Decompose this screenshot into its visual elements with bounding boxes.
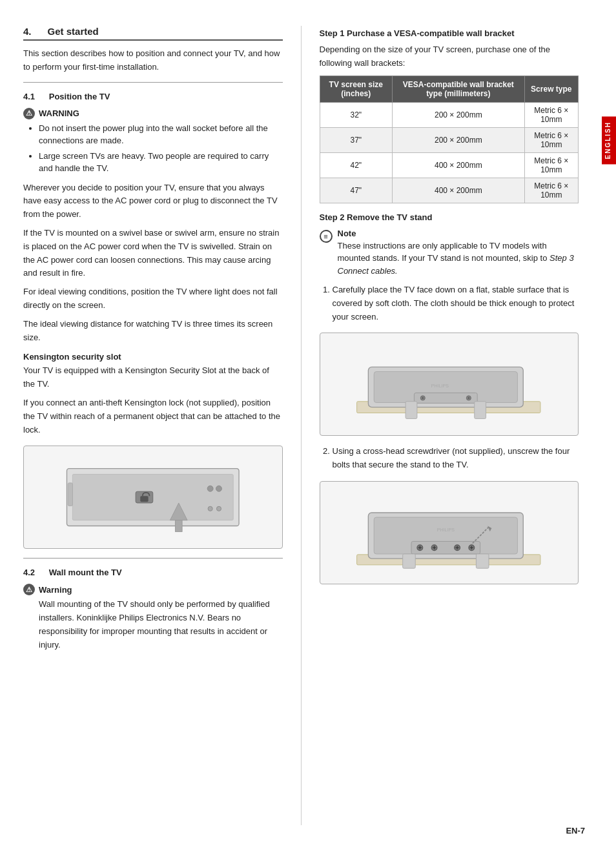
page: ENGLISH 4. Get started This section desc… <box>0 0 616 851</box>
divider-2 <box>23 558 283 559</box>
table-row: 42"400 × 200mmMetric 6 × 10mm <box>320 152 579 178</box>
note-text-main: These instructions are only applicable t… <box>338 241 548 263</box>
warning-item-1: Do not insert the power plug into the wa… <box>39 122 283 147</box>
divider-1 <box>23 82 283 83</box>
section-4-title: 4. Get started <box>23 26 283 41</box>
subsection-41-title: 4.1 Position the TV <box>23 92 283 101</box>
table-cell: 400 × 200mm <box>393 152 525 178</box>
para-3: For ideal viewing conditions, position t… <box>23 285 283 313</box>
table-cell: 200 × 200mm <box>393 127 525 152</box>
table-cell: 400 × 200mm <box>393 178 525 203</box>
step-item-2: Using a cross-head screwdriver (not supp… <box>333 445 579 472</box>
table-row: 37"200 × 200mmMetric 6 × 10mm <box>320 127 579 152</box>
table-header-size: TV screen size (inches) <box>320 76 393 102</box>
table-header-screw: Screw type <box>524 76 578 102</box>
svg-point-7 <box>207 486 213 492</box>
warning42-title: ⚠ Warning <box>23 584 283 595</box>
svg-text:PHILIPS: PHILIPS <box>437 528 455 533</box>
warning42-text: Wall mounting of the TV should only be p… <box>39 598 283 651</box>
para-4: The ideal viewing distance for watching … <box>23 318 283 345</box>
svg-rect-5 <box>175 520 182 532</box>
table-cell: 32" <box>320 102 393 127</box>
kensington-image <box>23 446 283 549</box>
step-item-1: Carefully place the TV face down on a fl… <box>333 283 579 323</box>
table-cell: Metric 6 × 10mm <box>524 152 578 178</box>
note-content: Note These instructions are only applica… <box>338 229 579 278</box>
tv-unscrew-image: PHILIPS <box>320 481 579 584</box>
table-cell: 47" <box>320 178 393 203</box>
tv-face-down-image: PHILIPS <box>320 333 579 436</box>
svg-rect-22 <box>475 402 486 419</box>
svg-point-8 <box>216 486 221 492</box>
section-4-intro: This section describes how to position a… <box>23 47 283 74</box>
step2-heading: Step 2 Remove the TV stand <box>320 212 579 222</box>
steps-list-2: Using a cross-head screwdriver (not supp… <box>333 445 579 472</box>
note-title: Note <box>338 229 579 238</box>
para-1: Wherever you decide to position your TV,… <box>23 181 283 221</box>
kensington-text-2: If you connect an anti-theft Kensington … <box>23 396 283 436</box>
warning-item-2: Large screen TVs are heavy. Two people a… <box>39 150 283 175</box>
warning-box: ⚠ WARNING Do not insert the power plug i… <box>23 108 283 175</box>
table-header-vesa: VESA-compatible wall bracket type (milli… <box>393 76 525 102</box>
svg-rect-21 <box>406 402 418 419</box>
para-2: If the TV is mounted on a swivel base or… <box>23 227 283 280</box>
warning-list: Do not insert the power plug into the wa… <box>39 122 283 175</box>
table-cell: 42" <box>320 152 393 178</box>
page-number: EN-7 <box>566 826 585 836</box>
section-4-label: Get started <box>48 26 99 37</box>
step1-heading: Step 1 Purchase a VESA-compatible wall b… <box>320 28 579 38</box>
subsection-42-title: 4.2 Wall mount the TV <box>23 568 283 577</box>
right-column: Step 1 Purchase a VESA-compatible wall b… <box>302 26 579 825</box>
table-cell: Metric 6 × 10mm <box>524 178 578 203</box>
kensington-heading: Kensington security slot <box>23 352 283 362</box>
svg-rect-3 <box>140 497 148 502</box>
svg-rect-6 <box>68 483 72 506</box>
kensington-text-1: Your TV is equipped with a Kensington Se… <box>23 364 283 391</box>
table-row: 32"200 × 200mmMetric 6 × 10mm <box>320 102 579 127</box>
svg-text:PHILIPS: PHILIPS <box>431 384 449 389</box>
svg-rect-40 <box>403 554 416 568</box>
warning-title: ⚠ WARNING <box>23 108 283 119</box>
content-area: 4. Get started This section describes ho… <box>0 0 602 851</box>
table-row: 47"400 × 200mmMetric 6 × 10mm <box>320 178 579 203</box>
left-column: 4. Get started This section describes ho… <box>23 26 302 825</box>
note-box: ≡ Note These instructions are only appli… <box>320 229 579 278</box>
note-text: These instructions are only applicable t… <box>338 240 579 278</box>
section-4-number: 4. <box>23 26 32 37</box>
table-cell: Metric 6 × 10mm <box>524 127 578 152</box>
svg-rect-41 <box>477 554 489 568</box>
note-icon: ≡ <box>320 230 333 243</box>
steps-list: Carefully place the TV face down on a fl… <box>333 283 579 323</box>
table-cell: 200 × 200mm <box>393 102 525 127</box>
step1-intro: Depending on the size of your TV screen,… <box>320 43 579 70</box>
vesa-table: TV screen size (inches) VESA-compatible … <box>320 76 579 203</box>
warning-icon: ⚠ <box>23 108 35 119</box>
table-cell: Metric 6 × 10mm <box>524 102 578 127</box>
warning42-icon: ⚠ <box>23 584 35 595</box>
sidebar-english-tab: ENGLISH <box>602 116 616 164</box>
svg-point-10 <box>216 507 221 511</box>
svg-point-9 <box>208 507 212 511</box>
warning42-box: ⚠ Warning Wall mounting of the TV should… <box>23 584 283 651</box>
table-cell: 37" <box>320 127 393 152</box>
